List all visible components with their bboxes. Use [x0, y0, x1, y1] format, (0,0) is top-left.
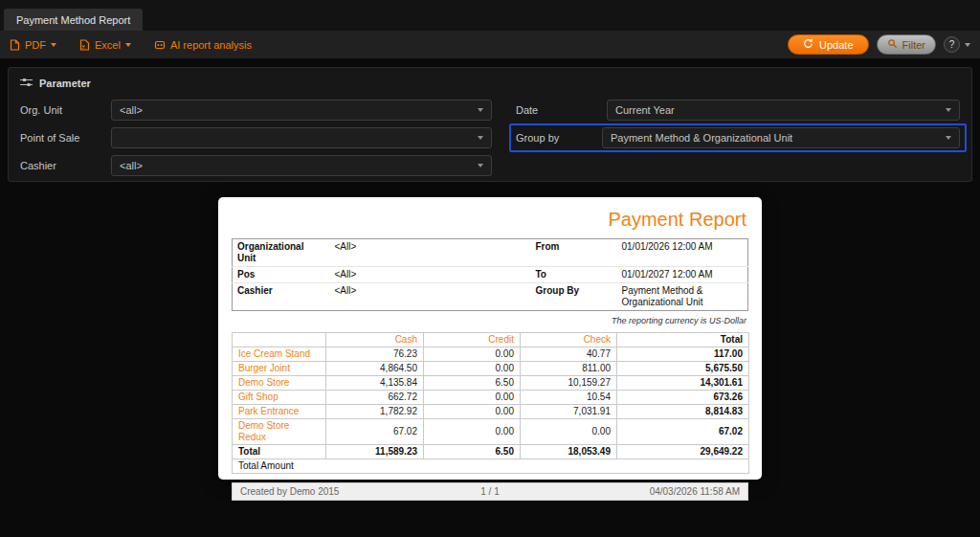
filter-button[interactable]: Filter	[877, 34, 936, 55]
date-field: Date Current Year	[516, 100, 960, 121]
amount-cell: 662.72	[326, 391, 424, 405]
amount-cell: 0.00	[521, 419, 617, 445]
info-from-value: 01/01/2026 12:00 AM	[617, 239, 748, 267]
corner-header	[233, 333, 326, 347]
org-unit-select[interactable]: <all>	[111, 100, 492, 121]
parameter-row: Point of Sale Group by Payment Method & …	[20, 126, 960, 148]
pdf-icon	[10, 39, 20, 51]
info-row: Pos <All> To 01/01/2027 12:00 AM	[233, 267, 748, 283]
amount-cell: 5,675.50	[617, 362, 749, 376]
help-menu[interactable]: ?	[944, 36, 970, 53]
excel-menu-button[interactable]: Excel	[79, 39, 131, 51]
parameter-row: Cashier <all>	[20, 154, 960, 176]
total-amount-cell: 6.50	[424, 445, 521, 459]
report-table-body: Ice Cream Stand76.230.0040.77117.00Burge…	[233, 347, 749, 474]
info-pos-label: Pos	[233, 267, 330, 283]
total-amount-cell: 18,053.49	[521, 445, 617, 459]
update-button[interactable]: Update	[788, 34, 868, 55]
report-card: Payment Report Organizational Unit <All>…	[218, 197, 762, 480]
sliders-icon	[20, 78, 33, 89]
footer-created-by: Created by Demo 2015	[240, 486, 407, 497]
info-group-by-value: Payment Method & Organizational Unit	[617, 283, 748, 311]
currency-note: The reporting currency is US-Dollar	[232, 316, 746, 325]
info-row: Cashier <All> Group By Payment Method & …	[233, 283, 748, 311]
report-table-head-row: CashCreditCheckTotal	[233, 333, 749, 347]
total-amount-cell: 29,649.22	[617, 445, 749, 459]
report-table-row: Park Entrance1,782.920.007,031.918,814.8…	[233, 405, 749, 419]
row-label: Demo Store Redux	[233, 419, 326, 445]
amount-cell: 0.00	[424, 391, 521, 405]
footer-timestamp: 04/03/2026 11:58 AM	[573, 486, 740, 497]
pdf-label: PDF	[25, 39, 46, 51]
report-footer: Created by Demo 2015 1 / 1 04/03/2026 11…	[232, 482, 748, 501]
ai-report-analysis-icon	[154, 39, 166, 51]
total-amount-cell: 11,589.23	[326, 445, 424, 459]
window-header: Payment Method Report	[0, 0, 980, 31]
amount-cell: 7,031.91	[521, 405, 617, 419]
amount-cell: 10,159.27	[521, 376, 617, 391]
amount-cell: 673.26	[617, 391, 749, 405]
point-of-sale-select[interactable]	[111, 127, 492, 148]
ai-report-analysis-button[interactable]: AI report analysis	[154, 39, 252, 51]
info-to-value: 01/01/2027 12:00 AM	[617, 267, 748, 283]
filter-icon	[887, 38, 898, 51]
toolbar-right: Update Filter ?	[788, 34, 970, 55]
group-by-select[interactable]: Payment Method & Organizational Unit	[602, 127, 960, 148]
help-icon: ?	[944, 36, 960, 53]
column-header: Cash	[326, 333, 424, 347]
amount-cell: 67.02	[326, 419, 424, 445]
excel-label: Excel	[95, 39, 121, 51]
parameter-row: Org. Unit <all> Date Current Year	[20, 99, 960, 121]
row-label: Burger Joint	[233, 362, 326, 376]
pdf-menu-button[interactable]: PDF	[10, 39, 56, 51]
report-table-row: Ice Cream Stand76.230.0040.77117.00	[233, 347, 749, 362]
org-unit-value: <all>	[120, 104, 143, 116]
parameter-panel: Parameter Org. Unit <all> Date Current Y…	[8, 67, 972, 182]
row-label: Park Entrance	[233, 405, 326, 419]
row-label: Gift Shop	[233, 391, 326, 405]
cashier-label: Cashier	[20, 160, 111, 171]
info-cashier-label: Cashier	[233, 283, 330, 311]
chevron-down-icon	[478, 108, 483, 112]
tab-payment-method-report[interactable]: Payment Method Report	[4, 9, 143, 31]
date-value: Current Year	[615, 104, 675, 116]
ai-report-analysis-label: AI report analysis	[170, 39, 252, 51]
amount-cell: 0.00	[424, 405, 521, 419]
amount-cell: 76.23	[326, 347, 424, 362]
amount-cell: 0.00	[424, 362, 521, 376]
amount-cell: 14,301.61	[617, 376, 749, 391]
chevron-down-icon	[965, 43, 970, 47]
chevron-down-icon	[946, 108, 951, 112]
amount-cell: 8,814.83	[617, 405, 749, 419]
row-label: Demo Store	[233, 376, 326, 391]
amount-cell: 4,864.50	[326, 362, 424, 376]
cashier-select[interactable]: <all>	[111, 155, 492, 176]
point-of-sale-label: Point of Sale	[20, 132, 111, 144]
report-table-row: Gift Shop662.720.0010.54673.26	[233, 391, 749, 405]
total-row: Total11,589.236.5018,053.4929,649.22	[233, 445, 749, 459]
info-from-label: From	[531, 239, 617, 267]
amount-cell: 117.00	[617, 347, 749, 362]
parameter-panel-title: Parameter	[39, 78, 91, 89]
amount-cell: 811.00	[521, 362, 617, 376]
date-select[interactable]: Current Year	[607, 100, 960, 121]
report-title: Payment Report	[232, 209, 746, 231]
column-header: Credit	[424, 333, 521, 347]
total-row-label: Total	[233, 445, 326, 459]
total-amount-label: Total Amount	[233, 459, 749, 474]
report-table-row: Demo Store Redux67.020.000.0067.02	[233, 419, 749, 445]
info-row: Organizational Unit <All> From 01/01/202…	[233, 239, 748, 267]
info-cashier-value: <All>	[330, 283, 531, 311]
amount-cell: 0.00	[424, 347, 521, 362]
chevron-down-icon	[125, 43, 131, 47]
info-to-label: To	[531, 267, 617, 283]
footer-page-number: 1 / 1	[407, 486, 573, 497]
amount-cell: 1,782.92	[326, 405, 424, 419]
row-label: Ice Cream Stand	[233, 347, 326, 362]
date-label: Date	[516, 104, 607, 116]
chevron-down-icon	[478, 136, 483, 140]
info-org-unit-value: <All>	[330, 239, 531, 267]
column-header: Check	[521, 333, 617, 347]
report-table-row: Demo Store4,135.846.5010,159.2714,301.61	[233, 376, 749, 391]
info-group-by-label: Group By	[531, 283, 617, 311]
